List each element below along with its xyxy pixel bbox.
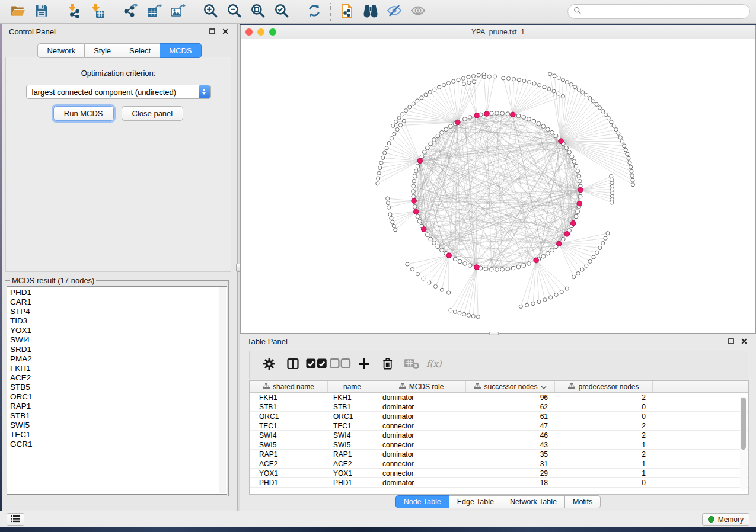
table-cell: YOX1 bbox=[328, 469, 377, 477]
list-item[interactable]: GCR1 bbox=[10, 440, 227, 449]
table-toolbar: f(x) bbox=[249, 351, 748, 379]
list-item[interactable]: STB5 bbox=[10, 383, 227, 392]
list-item[interactable]: PMA2 bbox=[10, 354, 227, 364]
column-header-predecessor-nodes[interactable]: predecessor nodes bbox=[555, 381, 653, 392]
memory-button[interactable]: Memory bbox=[702, 513, 749, 526]
table-cell: SWI4 bbox=[328, 431, 377, 440]
table-row[interactable]: PHD1PHD1dominator180 bbox=[250, 478, 748, 488]
table-row[interactable]: SWI4SWI4dominator462 bbox=[250, 431, 748, 440]
search-box[interactable] bbox=[567, 4, 750, 19]
criterion-select-value: largest connected component (undirected) bbox=[27, 88, 199, 97]
tab-mcds[interactable]: MCDS bbox=[160, 43, 201, 58]
save-session-button[interactable] bbox=[30, 2, 53, 22]
list-item[interactable]: CAR1 bbox=[10, 297, 227, 307]
delete-columns-button[interactable] bbox=[376, 354, 400, 376]
zoom-in-button[interactable] bbox=[199, 2, 222, 22]
network-window-titlebar[interactable]: YPA_prune.txt_1 bbox=[241, 25, 755, 39]
create-column-button[interactable] bbox=[352, 354, 376, 376]
task-history-button[interactable] bbox=[7, 513, 24, 526]
table-cell: 31 bbox=[466, 460, 555, 468]
list-item[interactable]: YOX1 bbox=[10, 326, 227, 335]
find-button[interactable] bbox=[359, 2, 382, 22]
open-session-button[interactable] bbox=[6, 2, 30, 22]
list-item[interactable]: STP4 bbox=[10, 307, 227, 316]
mcds-result-title: MCDS result (17 nodes) bbox=[10, 276, 96, 285]
table-row[interactable]: TEC1TEC1connector472 bbox=[250, 421, 748, 431]
run-mcds-button[interactable]: Run MCDS bbox=[53, 106, 114, 121]
show-columns-button[interactable] bbox=[281, 354, 305, 376]
table-scrollbar[interactable] bbox=[740, 395, 747, 491]
list-item[interactable]: SRD1 bbox=[10, 345, 227, 354]
table-body: FKH1FKH1dominator962STB1STB1dominator620… bbox=[250, 393, 748, 488]
show-all-button[interactable] bbox=[406, 2, 430, 22]
table-row[interactable]: SWI5SWI5connector431 bbox=[250, 440, 748, 450]
search-input[interactable] bbox=[585, 8, 744, 16]
export-table-button[interactable] bbox=[142, 2, 166, 22]
zoom-selected-button[interactable] bbox=[270, 2, 294, 22]
list-item[interactable]: RAP1 bbox=[10, 402, 227, 411]
hide-selected-button[interactable] bbox=[382, 2, 406, 22]
list-item[interactable]: SWI4 bbox=[10, 335, 227, 345]
criterion-select[interactable]: largest connected component (undirected) bbox=[26, 85, 211, 99]
list-item[interactable]: ACE2 bbox=[10, 373, 227, 383]
apply-preferred-layout-button[interactable] bbox=[302, 2, 326, 22]
import-network-button[interactable] bbox=[62, 2, 86, 22]
export-image-button[interactable] bbox=[166, 2, 190, 22]
save-icon bbox=[34, 3, 49, 21]
export-table-icon bbox=[146, 3, 162, 21]
table-tabs: Node TableEdge TableNetwork TableMotifs bbox=[240, 495, 756, 508]
tab-motifs[interactable]: Motifs bbox=[565, 495, 601, 508]
table-row[interactable]: ACE2ACE2connector311 bbox=[250, 459, 748, 469]
list-item[interactable]: TEC1 bbox=[10, 430, 227, 440]
table-cell: 35 bbox=[466, 450, 555, 459]
zoom-fit-button[interactable] bbox=[246, 2, 270, 22]
deselect-all-button[interactable] bbox=[328, 354, 352, 376]
list-item[interactable]: FKH1 bbox=[10, 364, 227, 373]
network-canvas[interactable] bbox=[241, 39, 755, 333]
table-row[interactable]: ORC1ORC1dominator610 bbox=[250, 412, 748, 421]
float-window-icon[interactable] bbox=[208, 27, 217, 36]
table-row[interactable]: RAP1RAP1dominator352 bbox=[250, 450, 748, 459]
column-label: successor nodes bbox=[484, 383, 537, 391]
tab-select[interactable]: Select bbox=[120, 43, 160, 58]
select-all-button[interactable] bbox=[305, 354, 328, 376]
table-row[interactable]: STB1STB1dominator620 bbox=[250, 402, 748, 412]
float-table-icon[interactable] bbox=[726, 336, 736, 346]
close-table-icon[interactable] bbox=[739, 336, 749, 346]
list-item[interactable]: SWI5 bbox=[10, 421, 227, 430]
column-header-successor-nodes[interactable]: successor nodes bbox=[466, 381, 555, 392]
tab-node-table[interactable]: Node Table bbox=[395, 495, 449, 508]
table-options-button[interactable] bbox=[257, 354, 281, 376]
close-panel-icon[interactable] bbox=[221, 27, 230, 36]
table-scrollbar-thumb[interactable] bbox=[741, 398, 746, 450]
table-row[interactable]: YOX1YOX1connector291 bbox=[250, 469, 748, 478]
list-item[interactable]: TID3 bbox=[10, 316, 227, 326]
horizontal-splitter-handle[interactable] bbox=[489, 332, 499, 335]
table-cell: ACE2 bbox=[328, 460, 377, 468]
list-icon bbox=[11, 514, 20, 525]
table-row[interactable]: FKH1FKH1dominator962 bbox=[250, 393, 748, 402]
function-builder-button[interactable]: f(x) bbox=[423, 354, 447, 376]
new-network-from-selection-button[interactable] bbox=[335, 2, 359, 22]
column-header-mcds-role[interactable]: MCDS role bbox=[377, 381, 466, 392]
binoculars-icon bbox=[363, 3, 378, 21]
tab-edge-table[interactable]: Edge Table bbox=[449, 495, 502, 508]
tab-network[interactable]: Network bbox=[37, 43, 85, 58]
svg-text:f(x): f(x) bbox=[426, 358, 442, 369]
export-network-button[interactable] bbox=[119, 2, 142, 22]
import-table-button[interactable] bbox=[86, 2, 110, 22]
column-header-shared-name[interactable]: shared name bbox=[250, 381, 328, 392]
list-item[interactable]: ORC1 bbox=[10, 392, 227, 402]
tab-style[interactable]: Style bbox=[85, 43, 120, 58]
list-item[interactable]: STB1 bbox=[10, 411, 227, 421]
delete-table-button[interactable] bbox=[400, 354, 423, 376]
zoom-out-button[interactable] bbox=[222, 2, 246, 22]
column-header-name[interactable]: name bbox=[328, 381, 377, 392]
table-cell: dominator bbox=[377, 479, 466, 487]
import-table-icon bbox=[90, 3, 106, 21]
close-panel-button[interactable]: Close panel bbox=[122, 106, 184, 121]
list-scrollbar[interactable] bbox=[219, 287, 226, 493]
tab-network-table[interactable]: Network Table bbox=[502, 495, 565, 508]
mcds-result-list[interactable]: PHD1CAR1STP4TID3YOX1SWI4SRD1PMA2FKH1ACE2… bbox=[7, 286, 227, 495]
list-item[interactable]: PHD1 bbox=[10, 288, 227, 297]
